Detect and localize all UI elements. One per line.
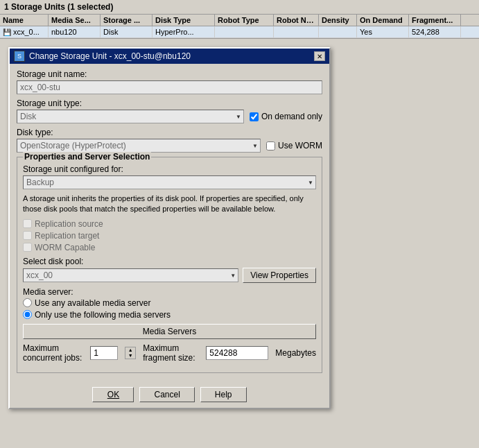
replication-target-label: Replication target: [35, 231, 99, 241]
disk-pool-row: xcx_00 View Properties: [23, 268, 316, 283]
max-concurrent-jobs-label: Maximum concurrent jobs:: [23, 343, 83, 363]
dialog-title-left: S Change Storage Unit - xcx_00-stu@nbu12…: [14, 51, 191, 62]
col-storage: Storage ...: [101, 15, 153, 26]
disk-type-row: OpenStorage (HyperProtect) Use WORM: [17, 139, 322, 153]
col-robot-type: Robot Type: [215, 15, 274, 26]
col-name: Name: [0, 15, 49, 26]
cell-storage: Disk: [101, 26, 153, 37]
replication-source-label: Replication source: [35, 219, 103, 229]
on-demand-only-checkbox-row: On demand only: [250, 112, 322, 121]
col-robot-num: Robot Nu...: [274, 15, 319, 26]
dialog-icon: S: [14, 51, 25, 62]
storage-unit-name-label: Storage unit name:: [17, 69, 322, 79]
spin-down-button[interactable]: ▼: [125, 353, 135, 359]
properties-group-title: Properties and Server Selection: [23, 152, 151, 162]
worm-capable-label: WORM Capable: [35, 243, 95, 252]
disk-pool-wrapper: xcx_00: [23, 268, 238, 282]
ok-label: OK: [107, 390, 119, 399]
cell-disk-type: HyperPro...: [153, 26, 215, 37]
properties-group-box: Properties and Server Selection Storage …: [17, 157, 322, 373]
spin-arrows: ▲ ▼: [125, 347, 136, 359]
cell-robot-type: [215, 26, 274, 37]
media-server-section: Media server: Use any available media se…: [23, 287, 316, 320]
col-disk-type: Disk Type: [153, 15, 215, 26]
configured-for-label: Storage unit configured for:: [23, 164, 316, 174]
disk-pool-label: Select disk pool:: [23, 257, 316, 266]
info-text: A storage unit inherits the properties o…: [23, 193, 316, 215]
media-servers-button[interactable]: Media Servers: [23, 324, 316, 339]
cell-media-server: nbu120: [49, 26, 101, 37]
ok-button[interactable]: OK: [92, 387, 134, 402]
storage-unit-type-row: Disk On demand only: [17, 110, 322, 123]
use-any-media-server-label: Use any available media server: [35, 298, 150, 308]
row-icon: 💾: [3, 28, 11, 36]
worm-capable-checkbox[interactable]: [23, 243, 32, 252]
replication-source-row: Replication source: [23, 219, 316, 229]
storage-unit-type-select[interactable]: Disk: [17, 110, 244, 123]
configured-for-row: Backup: [23, 175, 316, 189]
close-button[interactable]: ✕: [314, 51, 325, 61]
use-worm-checkbox-row: Use WORM: [266, 141, 322, 150]
col-media-server: Media Se...: [49, 15, 101, 26]
configured-for-wrapper: Backup: [23, 175, 316, 189]
col-density: Density: [319, 15, 357, 26]
storage-unit-type-label: Storage unit type:: [17, 98, 322, 108]
media-server-label: Media server:: [23, 287, 316, 297]
storage-unit-type-wrapper: Disk: [17, 110, 244, 123]
replication-target-checkbox[interactable]: [23, 231, 32, 240]
group-content: Storage unit configured for: Backup A st…: [23, 164, 316, 363]
spin-up-button[interactable]: ▲: [125, 347, 135, 353]
max-concurrent-jobs-input[interactable]: [90, 346, 118, 360]
window-title: 1 Storage Units (1 selected): [0, 0, 479, 14]
only-use-media-servers-row: Only use the following media servers: [23, 310, 316, 320]
table-area: 1 Storage Units (1 selected) Name Media …: [0, 0, 479, 39]
table-row[interactable]: 💾 xcx_0... nbu120 Disk HyperPro... Yes 5…: [0, 26, 479, 38]
change-storage-unit-dialog: S Change Storage Unit - xcx_00-stu@nbu12…: [8, 47, 331, 409]
cell-on-demand: Yes: [357, 26, 409, 37]
help-label: Help: [215, 390, 232, 399]
dialog-body: Storage unit name: Storage unit type: Di…: [10, 64, 329, 383]
cell-fragment: 524,288: [409, 26, 461, 37]
only-use-media-servers-label: Only use the following media servers: [35, 310, 171, 320]
view-properties-button[interactable]: View Properties: [243, 268, 316, 283]
only-use-media-servers-radio[interactable]: [23, 310, 32, 319]
use-any-media-server-radio[interactable]: [23, 298, 32, 307]
use-worm-label: Use WORM: [278, 141, 322, 150]
cancel-label: Cancel: [154, 390, 180, 399]
megabytes-label: Megabytes: [275, 348, 316, 358]
replication-target-row: Replication target: [23, 231, 316, 241]
use-worm-checkbox[interactable]: [266, 141, 275, 150]
on-demand-only-checkbox[interactable]: [250, 112, 259, 121]
use-any-media-server-row: Use any available media server: [23, 298, 316, 308]
col-on-demand: On Demand: [357, 15, 409, 26]
worm-capable-row: WORM Capable: [23, 243, 316, 252]
dialog-titlebar: S Change Storage Unit - xcx_00-stu@nbu12…: [10, 49, 329, 64]
storage-unit-name-input[interactable]: [17, 80, 322, 94]
configured-for-select[interactable]: Backup: [23, 175, 316, 189]
cancel-button[interactable]: Cancel: [139, 387, 194, 402]
disk-type-wrapper: OpenStorage (HyperProtect): [17, 139, 261, 153]
on-demand-only-label: On demand only: [261, 112, 322, 121]
table-header: Name Media Se... Storage ... Disk Type R…: [0, 14, 479, 26]
col-fragment: Fragment...: [409, 15, 461, 26]
cell-robot-num: [274, 26, 319, 37]
disk-pool-select[interactable]: xcx_00: [23, 268, 238, 282]
bottom-row: Maximum concurrent jobs: ▲ ▼ Maximum fra…: [23, 343, 316, 363]
disk-type-select[interactable]: OpenStorage (HyperProtect): [17, 139, 261, 153]
disk-type-label: Disk type:: [17, 128, 322, 137]
dialog-title-text: Change Storage Unit - xcx_00-stu@nbu120: [29, 51, 191, 61]
cell-density: [319, 26, 357, 37]
replication-source-checkbox[interactable]: [23, 219, 32, 228]
max-fragment-size-label: Maximum fragment size:: [143, 343, 199, 363]
dialog-footer: OK Cancel Help: [10, 383, 329, 408]
cell-name: 💾 xcx_0...: [0, 26, 49, 37]
max-fragment-size-input[interactable]: [206, 346, 268, 360]
help-button[interactable]: Help: [200, 387, 247, 402]
